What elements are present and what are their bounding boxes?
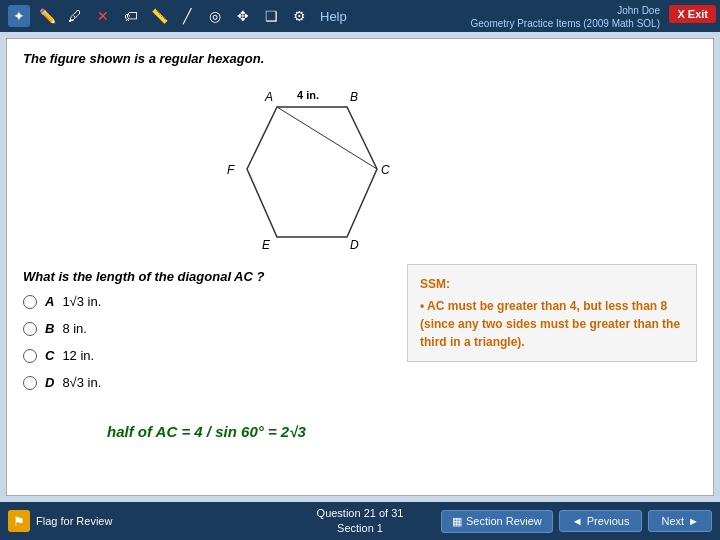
pencil-icon[interactable]: ✏️ xyxy=(36,5,58,27)
question-number: Question 21 of 31 xyxy=(317,506,404,521)
stamp-icon[interactable]: 🏷 xyxy=(120,5,142,27)
highlighter-icon[interactable]: 🖊 xyxy=(64,5,86,27)
choice-text-b: 8 in. xyxy=(62,321,87,336)
label-f: F xyxy=(227,163,235,177)
pointer-icon[interactable]: ✦ xyxy=(8,5,30,27)
label-b: B xyxy=(350,90,358,104)
next-arrow-icon: ► xyxy=(688,515,699,527)
hexagon-shape xyxy=(247,107,377,237)
move-icon[interactable]: ✥ xyxy=(232,5,254,27)
choice-text-c: 12 in. xyxy=(62,348,94,363)
next-label: Next xyxy=(661,515,684,527)
choice-b[interactable]: B 8 in. xyxy=(23,321,383,336)
hexagon-diagram: A B C D E F 4 in. xyxy=(207,79,407,254)
ssm-title: SSM: xyxy=(420,275,684,293)
diagram-area: A B C D E F 4 in. xyxy=(207,79,407,259)
radio-a[interactable] xyxy=(23,295,37,309)
delete-icon[interactable]: ✕ xyxy=(92,5,114,27)
copy-icon[interactable]: ❑ xyxy=(260,5,282,27)
radio-c[interactable] xyxy=(23,349,37,363)
choice-c[interactable]: C 12 in. xyxy=(23,348,383,363)
choice-letter-d: D xyxy=(45,375,54,390)
choice-d[interactable]: D 8√3 in. xyxy=(23,375,383,390)
compass-icon[interactable]: ◎ xyxy=(204,5,226,27)
grid-icon: ▦ xyxy=(452,515,462,528)
choices-area: What is the length of the diagonal AC ? … xyxy=(23,269,383,402)
flag-review-label: Flag for Review xyxy=(36,515,112,527)
label-c: C xyxy=(381,163,390,177)
choice-a[interactable]: A 1√3 in. xyxy=(23,294,383,309)
main-content: The figure shown is a regular hexagon. A… xyxy=(6,38,714,496)
test-name: Geometry Practice Items (2009 Math SOL) xyxy=(470,18,660,29)
question-info: Question 21 of 31 Section 1 xyxy=(317,506,404,537)
help-button[interactable]: Help xyxy=(320,9,347,24)
ssm-text: • AC must be greater than 4, but less th… xyxy=(420,297,684,351)
toolbar: ✦ ✏️ 🖊 ✕ 🏷 📏 ╱ ◎ ✥ ❑ ⚙ Help John Doe Geo… xyxy=(0,0,720,32)
flag-review-button[interactable]: ⚑ Flag for Review xyxy=(8,510,112,532)
choice-letter-b: B xyxy=(45,321,54,336)
choice-letter-c: C xyxy=(45,348,54,363)
section-review-button[interactable]: ▦ Section Review xyxy=(441,510,553,533)
side-length-label: 4 in. xyxy=(297,89,319,101)
label-d: D xyxy=(350,238,359,252)
previous-button[interactable]: ◄ Previous xyxy=(559,510,643,532)
section-label: Section 1 xyxy=(317,521,404,536)
question-header-text: The figure shown is a regular hexagon. xyxy=(23,51,264,66)
ssm-box: SSM: • AC must be greater than 4, but le… xyxy=(407,264,697,362)
choice-letter-a: A xyxy=(45,294,54,309)
line-icon[interactable]: ╱ xyxy=(176,5,198,27)
question-label: What is the length of the diagonal AC ? xyxy=(23,269,383,284)
label-a: A xyxy=(264,90,273,104)
ruler-icon[interactable]: 📏 xyxy=(148,5,170,27)
question-header: The figure shown is a regular hexagon. xyxy=(7,39,713,70)
radio-b[interactable] xyxy=(23,322,37,336)
user-name: John Doe xyxy=(617,5,660,16)
exit-button[interactable]: X Exit xyxy=(669,5,716,23)
flag-icon: ⚑ xyxy=(8,510,30,532)
next-button[interactable]: Next ► xyxy=(648,510,712,532)
previous-label: Previous xyxy=(587,515,630,527)
section-review-label: Section Review xyxy=(466,515,542,527)
bottom-bar: ⚑ Flag for Review Question 21 of 31 Sect… xyxy=(0,502,720,540)
label-e: E xyxy=(262,238,271,252)
prev-arrow-icon: ◄ xyxy=(572,515,583,527)
nav-buttons: ▦ Section Review ◄ Previous Next ► xyxy=(441,510,712,533)
choice-text-a: 1√3 in. xyxy=(62,294,101,309)
user-info: John Doe Geometry Practice Items (2009 M… xyxy=(470,4,660,30)
radio-d[interactable] xyxy=(23,376,37,390)
formula-text: half of AC = 4 / sin 60° = 2√3 xyxy=(107,423,306,440)
formula-area: half of AC = 4 / sin 60° = 2√3 xyxy=(107,423,306,440)
settings-icon[interactable]: ⚙ xyxy=(288,5,310,27)
choice-text-d: 8√3 in. xyxy=(62,375,101,390)
